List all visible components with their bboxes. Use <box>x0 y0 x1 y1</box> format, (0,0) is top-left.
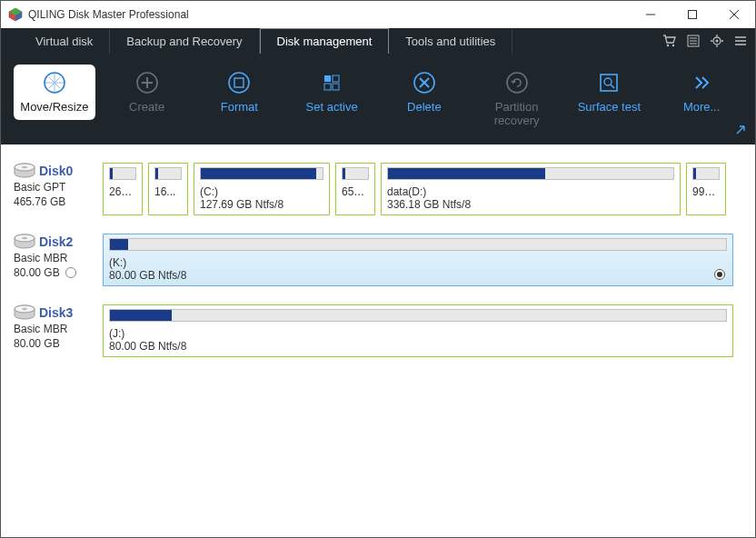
partition-usage-bar <box>109 309 727 322</box>
app-logo-icon <box>8 7 23 22</box>
tab-backup-recovery[interactable]: Backup and Recovery <box>110 28 259 54</box>
gear-icon[interactable] <box>710 34 724 48</box>
partition-usage-bar <box>342 167 369 180</box>
partition-meta: 80.00 GB Ntfs/8 <box>109 340 727 353</box>
partition-radio[interactable] <box>714 269 725 280</box>
delete-button[interactable]: Delete <box>383 65 465 120</box>
partition-usage-bar <box>109 238 727 251</box>
partition[interactable]: 260... <box>103 163 143 215</box>
partition-label: (C:) <box>200 185 323 198</box>
surface-test-button[interactable]: Surface test <box>569 65 651 120</box>
partition[interactable]: 995... <box>686 163 726 215</box>
partition-meta: 80.00 GB Ntfs/8 <box>109 269 727 282</box>
disk-size: 80.00 GB <box>14 337 60 350</box>
partition-meta: 16... <box>154 185 182 198</box>
disk-type: Basic MBR <box>14 323 67 335</box>
partition[interactable]: (J:)80.00 GB Ntfs/8 <box>103 304 733 357</box>
cart-icon[interactable] <box>662 34 677 48</box>
disk-size: 80.00 GB <box>14 266 60 279</box>
partition-usage-bar <box>692 167 720 180</box>
disk-row: Disk2Basic MBR80.00 GB(K:)80.00 GB Ntfs/… <box>14 234 742 286</box>
disk-row: Disk0Basic GPT465.76 GB260...16...(C:)12… <box>14 163 742 215</box>
create-button: Create <box>106 65 188 120</box>
partition[interactable]: 653... <box>335 163 375 215</box>
svg-point-47 <box>22 308 27 310</box>
partition-usage-bar <box>387 167 674 180</box>
disk-info: Disk2Basic MBR80.00 GB <box>14 234 97 286</box>
tab-disk-management[interactable]: Disk management <box>260 28 390 54</box>
svg-point-14 <box>716 40 719 43</box>
svg-point-7 <box>667 45 669 46</box>
partition[interactable]: (K:)80.00 GB Ntfs/8 <box>103 234 733 286</box>
svg-rect-27 <box>234 78 244 87</box>
svg-rect-31 <box>333 84 339 90</box>
partition-label: (J:) <box>109 327 727 340</box>
partition[interactable]: (C:)127.69 GB Ntfs/8 <box>194 163 330 215</box>
partition-meta: 260... <box>109 185 136 198</box>
disk-name: Disk0 <box>39 164 73 178</box>
svg-line-38 <box>611 85 614 88</box>
disk-row: Disk3Basic MBR80.00 GB(J:)80.00 GB Ntfs/… <box>14 304 742 357</box>
menu-icon[interactable] <box>733 34 748 48</box>
svg-rect-36 <box>601 75 617 91</box>
partition-meta: 995... <box>692 185 720 198</box>
titlebar: QILING Disk Master Professional <box>1 1 755 28</box>
disk-type: Basic GPT <box>14 181 65 194</box>
main-tabs: Virtual disk Backup and Recovery Disk ma… <box>1 28 755 54</box>
svg-point-44 <box>22 237 27 239</box>
disk-name: Disk2 <box>39 234 73 249</box>
disk-name: Disk3 <box>39 305 73 320</box>
svg-rect-4 <box>689 11 697 19</box>
svg-point-26 <box>229 73 249 93</box>
svg-rect-30 <box>324 84 331 90</box>
list-icon[interactable] <box>686 34 701 48</box>
disk-radio[interactable] <box>65 267 76 278</box>
svg-point-8 <box>672 45 674 46</box>
svg-point-37 <box>604 78 612 85</box>
close-button[interactable] <box>713 1 755 28</box>
disk-list: Disk0Basic GPT465.76 GB260...16...(C:)12… <box>1 144 755 537</box>
maximize-button[interactable] <box>671 1 713 28</box>
tab-virtual-disk[interactable]: Virtual disk <box>19 28 110 54</box>
partition-usage-bar <box>200 167 323 180</box>
svg-rect-29 <box>333 75 339 82</box>
disk-info: Disk3Basic MBR80.00 GB <box>14 304 97 357</box>
svg-point-35 <box>507 73 527 93</box>
partition-recovery-button: Partition recovery <box>476 65 558 134</box>
partition-usage-bar <box>154 167 182 180</box>
svg-rect-28 <box>324 75 331 82</box>
toolbar: Move/Resize Create Format Set active Del… <box>1 54 755 144</box>
partition-usage-bar <box>109 167 136 180</box>
svg-point-41 <box>22 166 27 168</box>
disk-type: Basic MBR <box>14 252 67 264</box>
partition-label: data(D:) <box>387 185 674 198</box>
partition-meta: 653... <box>342 185 369 198</box>
partition-meta: 127.69 GB Ntfs/8 <box>200 198 323 211</box>
disk-size: 465.76 GB <box>14 195 65 208</box>
partition[interactable]: data(D:)336.18 GB Ntfs/8 <box>381 163 681 215</box>
more-button[interactable]: More... <box>661 65 742 120</box>
window-title: QILING Disk Master Professional <box>28 8 630 21</box>
format-button[interactable]: Format <box>199 65 281 120</box>
move-resize-button[interactable]: Move/Resize <box>14 65 95 120</box>
partition[interactable]: 16... <box>148 163 188 215</box>
expand-icon[interactable] <box>735 123 746 139</box>
tab-tools-utilities[interactable]: Tools and utilities <box>389 28 512 54</box>
set-active-button[interactable]: Set active <box>291 65 373 120</box>
minimize-button[interactable] <box>630 1 671 28</box>
disk-info: Disk0Basic GPT465.76 GB <box>14 163 97 215</box>
partition-label: (K:) <box>109 256 727 269</box>
partition-meta: 336.18 GB Ntfs/8 <box>387 198 674 211</box>
